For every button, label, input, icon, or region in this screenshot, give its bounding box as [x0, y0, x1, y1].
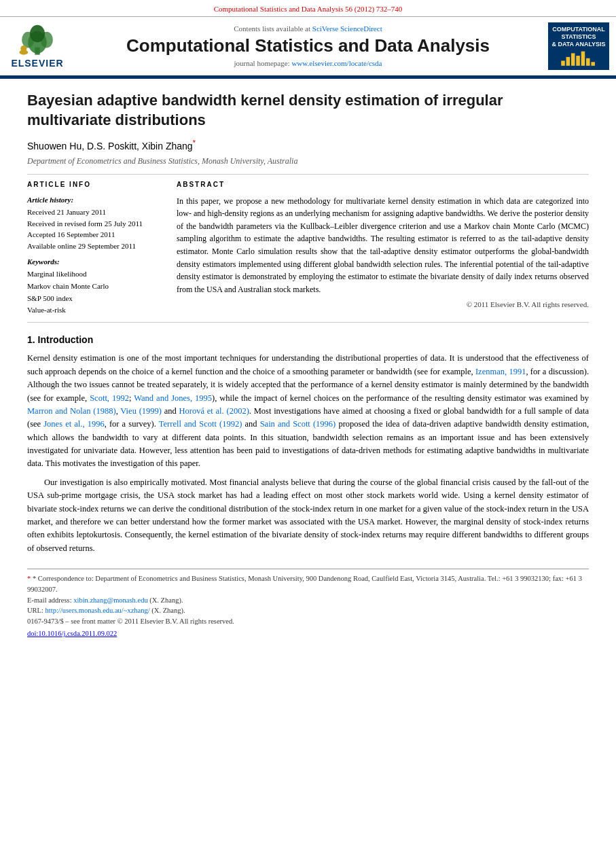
intro-para-2: Our investigation is also empirically mo…	[27, 476, 589, 555]
keyword-4: Value-at-risk	[27, 304, 163, 317]
svg-point-6	[19, 50, 28, 55]
article-info-label: ARTICLE INFO	[27, 180, 163, 190]
homepage-url[interactable]: www.elsevier.com/locate/csda	[291, 59, 382, 67]
journal-logo-right: COMPUTATIONAL STATISTICS & DATA ANALYSIS	[548, 22, 609, 70]
ref-terrell-scott[interactable]: Terrell and Scott (1992)	[159, 419, 242, 429]
copyright-line: © 2011 Elsevier B.V. All rights reserved…	[177, 300, 589, 310]
ref-horova[interactable]: Horová et al. (2002)	[179, 406, 249, 416]
revised-date: Received in revised form 25 July 2011	[27, 218, 163, 230]
history-label: Article history:	[27, 195, 163, 205]
footnote-correspondence: * Correspondence to: Department of Econo…	[27, 575, 582, 593]
elsevier-header: ELSEVIER Contents lists available at Sci…	[0, 17, 616, 77]
ref-izenman[interactable]: Izenman, 1991	[475, 367, 526, 376]
logo-title-line2: STATISTICS	[561, 33, 596, 41]
email-link[interactable]: xibin.zhang@monash.edu	[73, 596, 147, 604]
elsevier-logo: ELSEVIER	[7, 22, 68, 70]
abstract-text: In this paper, we propose a new methodol…	[177, 195, 589, 296]
divider-1	[27, 174, 589, 175]
abstract-label: ABSTRACT	[177, 180, 589, 190]
footnote-url: URL: http://users.monash.edu.au/~xzhang/…	[27, 605, 589, 616]
abstract-column: ABSTRACT In this paper, we propose a new…	[177, 180, 589, 317]
keyword-3: S&P 500 index	[27, 293, 163, 305]
url-link[interactable]: http://users.monash.edu.au/~xzhang/	[46, 607, 150, 614]
url-label: URL:	[27, 607, 43, 614]
ref-jones-1996[interactable]: Jones et al., 1996	[43, 419, 104, 429]
page: Computational Statistics and Data Analys…	[0, 0, 616, 841]
ref-scott[interactable]: Scott, 1992	[90, 393, 129, 403]
footnote-star-symbol: *	[27, 575, 33, 582]
footnote-email: E-mail address: xibin.zhang@monash.edu (…	[27, 595, 589, 606]
svg-rect-11	[581, 51, 585, 65]
svg-point-4	[30, 25, 45, 43]
received-date: Received 21 January 2011	[27, 207, 163, 218]
elsevier-tree-svg	[10, 22, 65, 56]
sciverse-line: Contents lists available at SciVerse Sci…	[68, 24, 548, 34]
logo-chart-svg	[558, 48, 599, 67]
email-label: E-mail address:	[27, 596, 72, 604]
keywords-section: Keywords: Marginal likelihood Markov cha…	[27, 257, 163, 317]
svg-rect-12	[586, 58, 590, 66]
email-suffix: (X. Zhang).	[149, 596, 183, 604]
body-text: Kernel density estimation is one of the …	[27, 352, 589, 555]
svg-rect-13	[591, 62, 595, 66]
contents-text: Contents lists available at	[234, 24, 310, 33]
corresponding-author-marker: *	[193, 138, 196, 147]
divider-2	[27, 322, 589, 323]
doi-link[interactable]: doi:10.1016/j.csda.2011.09.022	[27, 630, 117, 637]
intro-para-1: Kernel density estimation is one of the …	[27, 352, 589, 470]
logo-title-line1: COMPUTATIONAL	[552, 26, 605, 33]
footnote-section: * * Correspondence to: Department of Eco…	[27, 569, 589, 639]
doi-line: doi:10.1016/j.csda.2011.09.022	[27, 629, 589, 639]
article-info-column: ARTICLE INFO Article history: Received 2…	[27, 180, 163, 317]
sciverse-link[interactable]: SciVerse ScienceDirect	[312, 24, 382, 33]
ref-sain-scott[interactable]: Sain and Scott (1996)	[260, 419, 336, 429]
ref-marron-nolan[interactable]: Marron and Nolan (1988)	[27, 406, 116, 416]
homepage-label: journal homepage:	[234, 59, 290, 67]
author-names: Shuowen Hu, D.S. Poskitt, Xibin Zhang	[27, 140, 193, 151]
header-center: Contents lists available at SciVerse Sci…	[68, 24, 548, 69]
journal-title: Computational Statistics and Data Analys…	[68, 35, 548, 56]
keyword-2: Markov chain Monte Carlo	[27, 281, 163, 293]
authors: Shuowen Hu, D.S. Poskitt, Xibin Zhang*	[27, 137, 589, 153]
accepted-date: Accepted 16 September 2011	[27, 229, 163, 240]
section-1-heading: 1. Introduction	[27, 334, 589, 347]
ref-wand-jones[interactable]: Wand and Jones, 1995	[134, 393, 212, 403]
two-column-section: ARTICLE INFO Article history: Received 2…	[27, 180, 589, 317]
url-suffix: (X. Zhang).	[151, 607, 185, 614]
journal-top-header: Computational Statistics and Data Analys…	[0, 0, 616, 17]
available-date: Available online 29 September 2011	[27, 240, 163, 252]
elsevier-text: ELSEVIER	[11, 57, 63, 71]
footnote-star: * * Correspondence to: Department of Eco…	[27, 573, 589, 595]
paper-title: Bayesian adaptive bandwidth kernel densi…	[27, 91, 589, 130]
journal-reference: Computational Statistics and Data Analys…	[214, 5, 403, 13]
svg-rect-7	[561, 60, 565, 65]
article-history: Article history: Received 21 January 201…	[27, 195, 163, 251]
logo-title-line3: & DATA ANALYSIS	[551, 41, 605, 48]
issn-line: 0167-9473/$ – see front matter © 2011 El…	[27, 616, 589, 627]
main-content: Bayesian adaptive bandwidth kernel densi…	[0, 79, 616, 651]
journal-homepage: journal homepage: www.elsevier.com/locat…	[68, 58, 548, 69]
svg-rect-8	[566, 57, 570, 66]
affiliation: Department of Econometrics and Business …	[27, 156, 589, 167]
svg-rect-10	[576, 56, 580, 66]
svg-rect-9	[571, 53, 575, 65]
ref-vieu[interactable]: Vieu (1999)	[120, 406, 162, 416]
keywords-label: Keywords:	[27, 257, 163, 267]
keyword-1: Marginal likelihood	[27, 268, 163, 281]
